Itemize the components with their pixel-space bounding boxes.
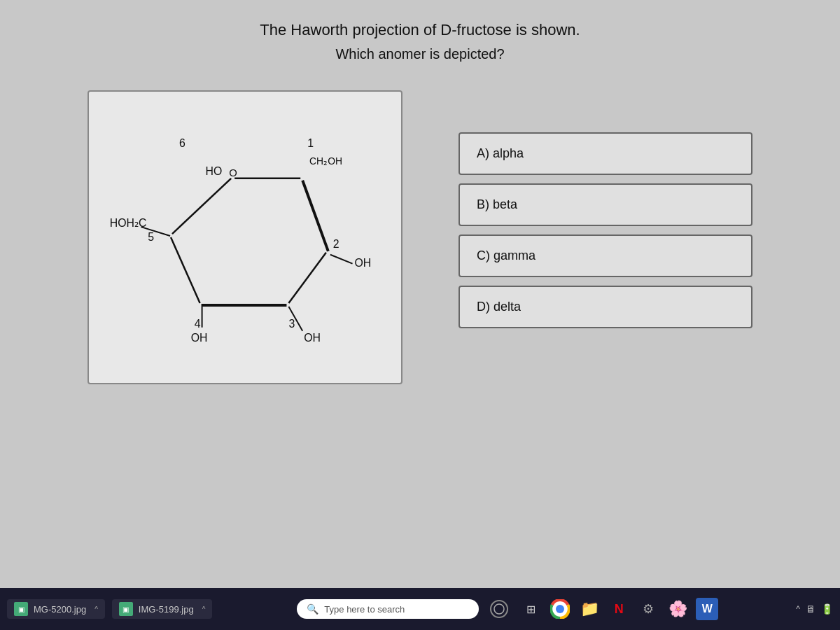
mol-label-ho: HO (206, 165, 223, 177)
taskbar-icons: ⊞ 📁 N ⚙ 🌸 W (486, 598, 718, 620)
svg-point-11 (494, 604, 504, 614)
question-subtitle: Which anomer is depicted? (335, 46, 504, 62)
answer-b[interactable]: B) beta (458, 183, 752, 226)
file2-chevron: ^ (202, 606, 206, 613)
taskbar-search-bar[interactable]: 🔍 Type here to search (297, 599, 479, 619)
word-icon[interactable]: W (696, 598, 718, 620)
taskbar-right: ^ 🖥 🔋 (796, 603, 833, 615)
netflix-icon[interactable]: N (608, 598, 630, 620)
taskbar-file2[interactable]: ▣ IMG-5199.jpg ^ (112, 599, 212, 619)
mol-label-1: 1 (307, 137, 314, 149)
mol-label-ch2oh: CH₂OH (309, 155, 342, 167)
mol-label-oh-c2: OH (354, 257, 371, 269)
photo-icon[interactable]: 🌸 (666, 598, 689, 620)
file1-icon: ▣ (14, 602, 28, 616)
filemanager-icon[interactable]: 📁 (578, 598, 601, 620)
mol-label-oh-c4: OH (191, 332, 208, 344)
search-placeholder: Type here to search (324, 604, 405, 615)
mol-label-4: 4 (195, 318, 201, 330)
answer-c[interactable]: C) gamma (458, 234, 752, 277)
taskview-icon[interactable]: ⊞ (519, 598, 542, 620)
main-content: The Haworth projection of D-fructose is … (0, 0, 840, 588)
svg-line-1 (302, 181, 328, 251)
content-row: 6 HOH₂C 1 CH₂OH HO O 2 OH 5 (0, 90, 840, 384)
molecule-box: 6 HOH₂C 1 CH₂OH HO O 2 OH 5 (88, 90, 402, 384)
svg-line-4 (171, 237, 200, 303)
search-icon: 🔍 (307, 603, 318, 615)
answer-d[interactable]: D) delta (458, 286, 752, 328)
mol-label-6: 6 (179, 137, 186, 149)
settings-icon[interactable]: ⚙ (637, 598, 659, 620)
taskbar: ▣ MG-5200.jpg ^ ▣ IMG-5199.jpg ^ 🔍 Type … (0, 588, 840, 630)
answer-options: A) alpha B) beta C) gamma D) delta (458, 132, 752, 328)
system-tray-chevron[interactable]: ^ (796, 604, 800, 614)
mol-label-oh-c3: OH (304, 332, 321, 344)
svg-line-7 (330, 255, 353, 264)
monitor-icon: 🖥 (806, 603, 816, 615)
mol-label-o: O (229, 167, 237, 178)
svg-line-2 (288, 253, 326, 303)
file2-icon: ▣ (119, 602, 133, 616)
question-title: The Haworth projection of D-fructose is … (260, 21, 580, 39)
taskbar-file1[interactable]: ▣ MG-5200.jpg ^ (7, 599, 105, 619)
mol-label-3: 3 (288, 318, 295, 330)
start-button[interactable] (490, 600, 508, 618)
svg-line-10 (141, 227, 170, 236)
chrome-icon[interactable] (549, 598, 571, 620)
mol-label-2: 2 (333, 238, 340, 250)
file1-label: MG-5200.jpg (34, 604, 86, 615)
battery-icon: 🔋 (821, 603, 833, 615)
answer-a[interactable]: A) alpha (458, 132, 752, 175)
mol-label-5: 5 (148, 231, 154, 243)
file1-chevron: ^ (94, 606, 98, 613)
svg-point-14 (556, 606, 564, 612)
svg-line-5 (172, 178, 231, 234)
file2-label: IMG-5199.jpg (139, 604, 194, 615)
